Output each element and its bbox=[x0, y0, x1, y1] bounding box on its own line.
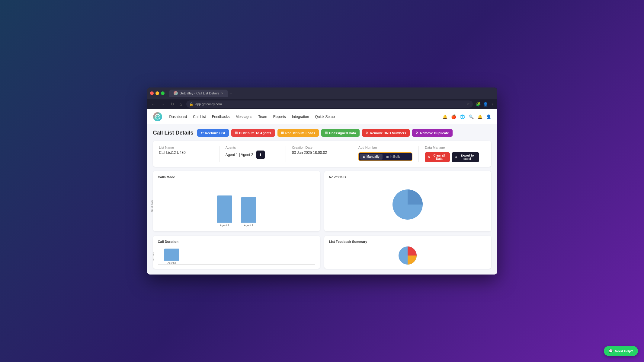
bulk-icon: ⊞ bbox=[386, 155, 389, 158]
creation-date-value: 03 Jan 2025 18:00:02 bbox=[292, 151, 346, 155]
pie-container bbox=[329, 182, 486, 227]
minimize-traffic-light[interactable] bbox=[155, 91, 159, 95]
rechurn-icon: ↩ bbox=[201, 131, 203, 135]
globe-icon[interactable]: 🌐 bbox=[460, 114, 465, 119]
distribute-icon: ⊞ bbox=[235, 131, 238, 135]
nav-messages[interactable]: Messages bbox=[236, 113, 252, 120]
bar-chart-container: No of Calls Agent 2 Agent 1 bbox=[158, 182, 315, 227]
profile-icon[interactable]: 👤 bbox=[483, 102, 488, 106]
upload-agent-button[interactable]: ⬆ bbox=[256, 151, 265, 159]
distribute-to-agents-button[interactable]: ⊞ Distribute To Agents bbox=[231, 129, 275, 137]
tab-title: Getcalley - Call List Details bbox=[180, 91, 219, 95]
forward-button[interactable]: → bbox=[160, 101, 166, 107]
nav-team[interactable]: Team bbox=[258, 113, 267, 120]
page-header: Call List Details ↩ Rechurn List ⊞ Distr… bbox=[153, 129, 491, 137]
feedback-pie-container bbox=[329, 246, 486, 265]
no-of-calls-chart: No of Calls bbox=[324, 171, 491, 231]
list-name-card: List Name Call List12 U480 bbox=[159, 146, 219, 162]
tab-close-button[interactable]: ✕ bbox=[221, 92, 223, 95]
redistribute-leads-button[interactable]: ⊞ Redistribute Leads bbox=[277, 129, 319, 137]
add-number-label: Add Number bbox=[358, 146, 412, 149]
manually-button[interactable]: ⊞ Manually bbox=[360, 154, 383, 160]
manually-label: Manually bbox=[367, 155, 380, 158]
bell-icon[interactable]: 🔔 bbox=[477, 114, 482, 119]
list-name-label: List Name bbox=[159, 146, 213, 149]
in-bulk-button[interactable]: ⊞ In Bulk bbox=[383, 154, 403, 160]
list-feedback-title: List Feedback Summary bbox=[329, 240, 486, 243]
data-manage-card: Data Manage ✕ Clear all Data ⬇ Export to… bbox=[419, 146, 485, 162]
need-help-button[interactable]: 💬 Need Help? bbox=[604, 346, 638, 356]
bar-group-agent2: Agent 2 bbox=[217, 195, 232, 227]
agents-content: Agent 1 | Agent 2 ⬆ bbox=[226, 151, 280, 159]
bar-agent2 bbox=[217, 195, 232, 223]
unassigned-icon: ⊞ bbox=[325, 131, 328, 135]
nav-logo bbox=[153, 112, 162, 121]
call-duration-bars: Seconds Agent 2 bbox=[158, 246, 315, 265]
clear-all-data-button[interactable]: ✕ Clear all Data bbox=[425, 152, 450, 162]
remove-dnd-button[interactable]: ✕ Remove DND Numbers bbox=[362, 129, 410, 137]
tab-add-button[interactable]: + bbox=[229, 91, 232, 96]
header-actions: ↩ Rechurn List ⊞ Distribute To Agents ⊞ … bbox=[197, 129, 453, 137]
agents-card: Agents Agent 1 | Agent 2 ⬆ bbox=[219, 146, 286, 162]
address-field[interactable]: 🔒 app.getcalley.com ☆ bbox=[186, 100, 473, 108]
nav-feedbacks[interactable]: Feedbacks bbox=[212, 113, 230, 120]
charts-row-2: Call Duration Seconds Agent 2 List Feedb… bbox=[153, 236, 491, 269]
calls-made-chart: Calls Made No of Calls Agent 2 Agent 1 bbox=[153, 171, 320, 231]
duration-bar-label: Agent 2 bbox=[168, 262, 176, 264]
duration-bar-group: Agent 2 bbox=[164, 249, 179, 264]
back-button[interactable]: ← bbox=[150, 101, 157, 107]
feedback-pie-svg bbox=[397, 245, 418, 266]
extensions-icon[interactable]: 🧩 bbox=[476, 102, 481, 106]
rechurn-label: Rechurn List bbox=[205, 131, 225, 135]
redistribute-icon: ⊞ bbox=[281, 131, 284, 135]
svg-point-0 bbox=[155, 114, 160, 119]
maximize-traffic-light[interactable] bbox=[161, 91, 165, 95]
clear-all-label: Clear all Data bbox=[431, 154, 447, 160]
notification-icon[interactable]: 🔔 bbox=[442, 114, 447, 119]
export-icon: ⬇ bbox=[455, 156, 457, 159]
app-content: Dashboard Call List Feedbacks Messages T… bbox=[147, 109, 497, 275]
browser-window: Getcalley - Call List Details ✕ + ← → ↻ … bbox=[147, 87, 497, 275]
nav-dashboard[interactable]: Dashboard bbox=[169, 113, 187, 120]
rechurn-list-button[interactable]: ↩ Rechurn List bbox=[197, 129, 229, 137]
nav-quick-setup[interactable]: Quick Setup bbox=[315, 113, 335, 120]
nav-reports[interactable]: Reports bbox=[273, 113, 286, 120]
charts-row-1: Calls Made No of Calls Agent 2 Agent 1 bbox=[153, 171, 491, 231]
remove-dup-label: Remove Duplicate bbox=[420, 131, 449, 135]
list-name-value: Call List12 U480 bbox=[159, 151, 213, 155]
star-icon[interactable]: ☆ bbox=[466, 102, 470, 106]
user-icon[interactable]: 👤 bbox=[486, 114, 491, 119]
menu-icon[interactable]: ⋮ bbox=[490, 102, 494, 106]
calls-made-title: Calls Made bbox=[158, 175, 315, 179]
refresh-button[interactable]: ↻ bbox=[169, 101, 175, 107]
nav-call-list[interactable]: Call List bbox=[193, 113, 206, 120]
remove-duplicate-button[interactable]: ✕ Remove Duplicate bbox=[412, 129, 452, 137]
tab-bar: Getcalley - Call List Details ✕ + bbox=[169, 90, 494, 97]
remove-dnd-icon: ✕ bbox=[366, 131, 368, 135]
home-button[interactable]: ⌂ bbox=[178, 101, 183, 107]
pie-chart-svg bbox=[389, 186, 426, 223]
agents-value: Agent 1 | Agent 2 bbox=[226, 153, 253, 157]
manually-icon: ⊞ bbox=[363, 155, 365, 158]
data-manage-label: Data Manage bbox=[425, 146, 479, 149]
call-duration-chart: Call Duration Seconds Agent 2 bbox=[153, 236, 320, 269]
list-feedback-chart: List Feedback Summary bbox=[324, 236, 491, 269]
bar-label-agent1: Agent 1 bbox=[244, 224, 253, 227]
call-duration-title: Call Duration bbox=[158, 240, 315, 243]
no-of-calls-title: No of Calls bbox=[329, 175, 486, 179]
browser-addressbar: ← → ↻ ⌂ 🔒 app.getcalley.com ☆ 🧩 👤 ⋮ bbox=[147, 99, 497, 109]
export-to-excel-button[interactable]: ⬇ Export to excel bbox=[452, 152, 479, 162]
creation-date-label: Creation Date bbox=[292, 146, 346, 149]
nav-integration[interactable]: Integration bbox=[292, 113, 309, 120]
close-traffic-light[interactable] bbox=[150, 91, 154, 95]
need-help-label: Need Help? bbox=[615, 349, 633, 353]
traffic-lights bbox=[150, 91, 165, 95]
unassigned-data-button[interactable]: ⊞ Unassigned Data bbox=[321, 129, 360, 137]
whatsapp-icon: 💬 bbox=[609, 349, 613, 353]
upload-icon: ⬆ bbox=[259, 153, 262, 157]
clear-icon: ✕ bbox=[428, 156, 430, 159]
duration-bar bbox=[164, 249, 179, 261]
search-icon[interactable]: 🔍 bbox=[469, 114, 474, 119]
browser-tab-active[interactable]: Getcalley - Call List Details ✕ bbox=[169, 90, 228, 97]
apple-icon[interactable]: 🍎 bbox=[451, 114, 456, 119]
